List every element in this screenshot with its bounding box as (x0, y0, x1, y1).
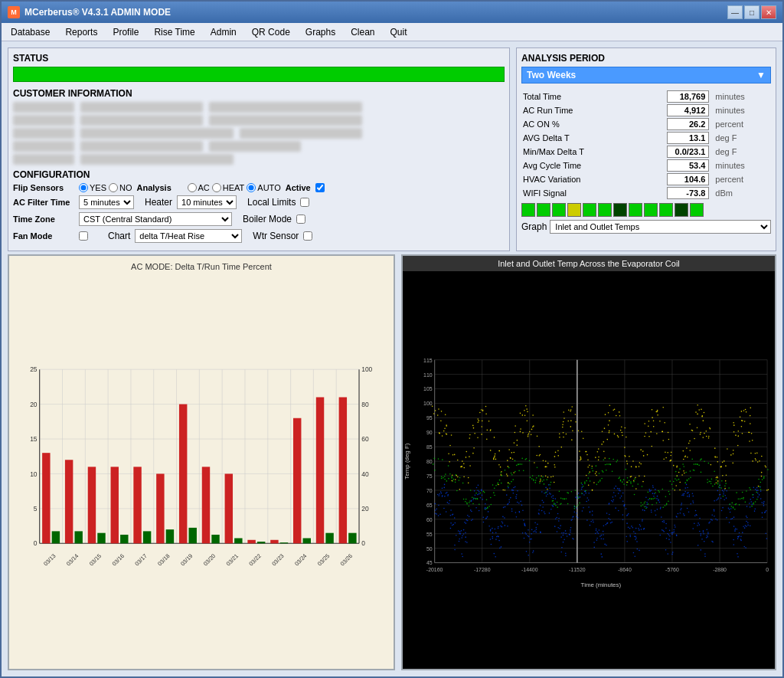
svg-point-1415 (755, 458, 756, 460)
svg-point-958 (690, 477, 691, 478)
svg-point-1098 (494, 437, 495, 438)
svg-point-902 (627, 477, 629, 479)
svg-point-625 (708, 522, 710, 524)
svg-point-1265 (631, 476, 632, 477)
stat-label: AC ON % (521, 117, 632, 131)
svg-rect-39 (65, 460, 73, 543)
svg-point-923 (652, 504, 653, 506)
svg-point-852 (574, 508, 576, 509)
svg-point-577 (684, 515, 685, 516)
svg-point-937 (665, 496, 667, 497)
svg-point-266 (511, 509, 513, 510)
svg-text:20: 20 (361, 505, 369, 513)
svg-point-837 (553, 500, 554, 502)
svg-point-1041 (446, 433, 447, 434)
svg-point-520 (651, 490, 652, 491)
svg-text:0: 0 (766, 567, 769, 572)
bar-chart-panel: AC MODE: Delta T/Run Time Percent 005201… (8, 254, 395, 670)
svg-rect-58 (211, 535, 219, 543)
svg-point-1198 (575, 421, 577, 423)
svg-point-1228 (603, 441, 604, 443)
svg-text:03/26: 03/26 (339, 552, 354, 567)
menu-quit[interactable]: Quit (384, 25, 413, 39)
wtr-sensor-checkbox[interactable] (303, 231, 312, 241)
svg-point-1375 (720, 466, 722, 467)
svg-point-491 (635, 532, 636, 534)
svg-point-309 (535, 532, 537, 533)
svg-point-264 (508, 487, 509, 489)
svg-point-794 (509, 483, 511, 485)
menu-reports[interactable]: Reports (59, 25, 103, 39)
svg-point-970 (701, 472, 702, 473)
time-zone-select[interactable]: CST (Central Standard) (79, 212, 232, 226)
svg-text:110: 110 (423, 372, 433, 378)
analysis-heat-radio[interactable] (212, 183, 221, 192)
period-select[interactable]: Two Weeks ▼ (521, 67, 771, 84)
boiler-mode-checkbox[interactable] (296, 215, 305, 224)
svg-point-1224 (598, 448, 599, 450)
menu-admin[interactable]: Admin (204, 25, 243, 39)
svg-point-225 (487, 516, 488, 518)
chart-select[interactable]: delta T/Heat Rise (135, 229, 242, 243)
svg-point-788 (499, 480, 501, 481)
heater-select[interactable]: 10 minutes (177, 195, 237, 209)
svg-point-183 (465, 532, 466, 534)
svg-point-1013 (749, 487, 750, 489)
svg-point-596 (694, 522, 695, 524)
svg-point-554 (669, 530, 671, 532)
svg-point-251 (502, 516, 504, 518)
svg-point-1385 (733, 454, 734, 455)
svg-point-175 (460, 533, 462, 535)
stat-unit: percent (712, 172, 771, 186)
flip-no-radio[interactable] (109, 183, 118, 192)
svg-rect-54 (179, 405, 187, 544)
svg-point-672 (737, 538, 739, 539)
svg-text:Time (minutes): Time (minutes) (581, 581, 622, 588)
minimize-button[interactable]: — (727, 5, 743, 19)
svg-point-1292 (656, 433, 658, 434)
active-checkbox[interactable] (315, 183, 325, 192)
svg-point-930 (656, 503, 658, 504)
menu-database[interactable]: Database (5, 25, 56, 39)
svg-point-943 (672, 488, 674, 490)
close-button[interactable]: ✕ (761, 5, 776, 19)
svg-point-1157 (540, 481, 541, 483)
svg-point-373 (570, 529, 571, 531)
fan-mode-checkbox[interactable] (79, 231, 88, 241)
maximize-button[interactable]: □ (744, 5, 760, 19)
svg-point-259 (507, 504, 508, 506)
svg-point-893 (616, 461, 617, 463)
menu-graphs[interactable]: Graphs (299, 25, 341, 39)
svg-point-674 (737, 529, 738, 530)
analysis-ac-radio[interactable] (188, 183, 197, 192)
stat-row: Min/Max Delta T 0.0/23.1 deg F (521, 145, 771, 159)
menu-profile[interactable]: Profile (106, 25, 145, 39)
sig-bar-4 (567, 203, 581, 217)
ac-filter-select[interactable]: 5 minutes (79, 195, 134, 209)
analysis-auto-radio[interactable] (247, 183, 256, 192)
svg-point-499 (641, 529, 642, 530)
svg-point-685 (744, 527, 746, 529)
svg-point-1400 (742, 420, 743, 421)
svg-point-1206 (580, 460, 581, 461)
svg-point-588 (688, 492, 689, 493)
svg-point-763 (472, 503, 474, 505)
menu-qr-code[interactable]: QR Code (246, 25, 296, 39)
svg-point-1046 (449, 461, 450, 463)
svg-point-1231 (602, 431, 603, 433)
svg-point-732 (441, 476, 443, 477)
stat-row: HVAC Variation 104.6 percent (521, 172, 771, 186)
flip-yes-radio[interactable] (79, 183, 88, 192)
svg-point-867 (588, 473, 590, 474)
local-limits-checkbox[interactable] (300, 198, 309, 207)
svg-point-294 (524, 525, 526, 526)
svg-point-1234 (606, 439, 608, 441)
menu-rise-time[interactable]: Rise Time (148, 25, 201, 39)
menu-clean[interactable]: Clean (345, 25, 381, 39)
graph-select[interactable]: Inlet and Outlet Temps (550, 220, 771, 234)
svg-point-724 (763, 505, 765, 506)
svg-point-981 (714, 483, 716, 485)
svg-point-490 (635, 536, 636, 538)
svg-point-358 (561, 532, 563, 534)
svg-point-1283 (645, 432, 647, 434)
